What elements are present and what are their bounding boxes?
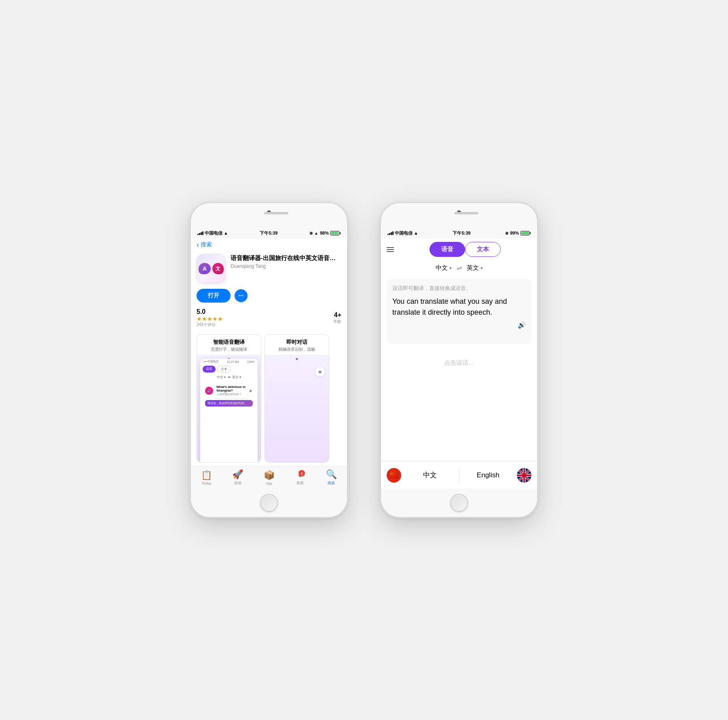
signal-icon-1 bbox=[197, 231, 203, 235]
speak-prompt[interactable]: 点击说话… bbox=[381, 347, 537, 461]
tab-games-label: 游戏 bbox=[234, 481, 241, 486]
home-area-1 bbox=[191, 489, 347, 517]
speaker-1 bbox=[264, 212, 288, 214]
speaker-icon: 🔊 bbox=[518, 321, 526, 329]
status-bar-2: 中国电信 ▲ 下午5:39 ⊕ 99% bbox=[381, 227, 537, 239]
status-left-2: 中国电信 ▲ bbox=[387, 230, 418, 236]
tab-app[interactable]: 📦 App bbox=[253, 470, 284, 485]
phone-appstore: 中国电信 ▲ 下午5:39 ⊕ ▲ 98% ‹ 搜索 bbox=[190, 202, 348, 518]
stars: ★★★★★ bbox=[197, 316, 223, 322]
source-lang-arrow: ▾ bbox=[449, 265, 452, 271]
settings-icon-2: ⊕ bbox=[505, 231, 508, 235]
toggle-group: 语音 文本 bbox=[399, 242, 531, 257]
tab-search[interactable]: 🔍 搜索 bbox=[316, 469, 347, 486]
app-developer: Duanqiang Tang bbox=[231, 263, 341, 269]
speaker-button[interactable]: 🔊 bbox=[392, 321, 526, 329]
wifi-icon-2: ▲ bbox=[414, 231, 418, 235]
tab-updates-label: 更新 bbox=[296, 481, 304, 486]
translator-screen: 语音 文本 中文 ▾ ⇌ 英文 ▾ 说话即可翻译，直接转换成语音。 You ca… bbox=[381, 239, 537, 489]
swap-button[interactable]: ⇌ bbox=[457, 264, 462, 272]
status-left-1: 中国电信 ▲ bbox=[197, 230, 228, 236]
status-right-1: ⊕ ▲ 98% bbox=[309, 231, 341, 235]
location-icon-1: ⊕ bbox=[309, 231, 313, 235]
status-right-2: ⊕ 99% bbox=[505, 231, 531, 235]
tab-bar-1: 📋 Today 🚀 游戏 📦 App ⬇ 更新 2 🔍 搜索 bbox=[191, 466, 347, 489]
translated-text: You can translate what you say and trans… bbox=[392, 296, 526, 318]
nav-icon-1: ▲ bbox=[314, 231, 318, 235]
lang-divider bbox=[459, 467, 459, 483]
mini-app-1: ••• 中国电信 11:27 AM 100% 语音 文本 中文 ▾ ⇌ bbox=[200, 359, 258, 462]
app-icon-tab: 📦 bbox=[264, 470, 275, 481]
target-lang-btn[interactable]: 英文 ▾ bbox=[467, 264, 483, 272]
phone-translator: 中国电信 ▲ 下午5:39 ⊕ 99% 语音 文本 bbox=[380, 202, 538, 518]
back-chevron-icon: ‹ bbox=[197, 241, 199, 248]
uk-flag[interactable] bbox=[517, 468, 531, 483]
games-icon: 🚀 bbox=[232, 469, 243, 480]
source-text: 说话即可翻译，直接转换成语音。 bbox=[392, 285, 526, 292]
more-icon: ··· bbox=[238, 292, 243, 299]
screenshot-container: 智能语音翻译 无需打字，随说随译 ⊙ ••• 中国电信 11:27 AM 10 bbox=[191, 334, 347, 463]
icon-a: A bbox=[199, 263, 211, 274]
home-button-2[interactable] bbox=[450, 494, 468, 512]
translator-toolbar: 语音 文本 bbox=[381, 239, 537, 260]
text-tab[interactable]: 文本 bbox=[465, 242, 501, 257]
rating-value: 5.0 bbox=[197, 308, 223, 316]
battery-pct-2: 99% bbox=[510, 231, 519, 235]
icon-zh: 文 bbox=[212, 263, 224, 274]
source-lang-label: 中文 bbox=[436, 264, 448, 272]
tab-today-label: Today bbox=[202, 481, 212, 485]
home-button-1[interactable] bbox=[260, 494, 278, 512]
rating-count: 243个评分 bbox=[197, 322, 223, 328]
search-icon: 🔍 bbox=[326, 469, 337, 480]
open-button[interactable]: 打开 bbox=[197, 289, 231, 303]
screenshot-1[interactable]: 智能语音翻译 无需打字，随说随译 ⊙ ••• 中国电信 11:27 AM 10 bbox=[197, 334, 261, 463]
china-flag-icon: 🇨🇳 bbox=[387, 468, 401, 483]
back-label: 搜索 bbox=[201, 241, 212, 248]
bottom-lang-bar: 🇨🇳 中文 English bbox=[381, 461, 537, 489]
tab-updates[interactable]: ⬇ 更新 2 bbox=[285, 469, 316, 486]
more-button[interactable]: ··· bbox=[235, 289, 248, 302]
app-meta: 语音翻译器-出国旅行在线中英文语音… Duanqiang Tang bbox=[231, 254, 341, 269]
tab-app-label: App bbox=[266, 481, 272, 485]
rating-row: 5.0 ★★★★★ 243个评分 4+ 年龄 bbox=[191, 305, 347, 331]
rating-left: 5.0 ★★★★★ 243个评分 bbox=[197, 308, 223, 328]
wifi-icon-1: ▲ bbox=[224, 231, 228, 235]
time-1: 下午5:39 bbox=[260, 230, 277, 236]
translation-area: 说话即可翻译，直接转换成语音。 You can translate what y… bbox=[387, 279, 531, 344]
sc2-title: 即时对话 bbox=[265, 335, 329, 347]
phone-top-1 bbox=[191, 203, 347, 227]
carrier-2: 中国电信 bbox=[395, 230, 413, 236]
sc2-demo: ≋ bbox=[265, 355, 329, 462]
voice-tab[interactable]: 语音 bbox=[430, 242, 465, 257]
tab-games[interactable]: 🚀 游戏 bbox=[222, 469, 253, 486]
rating-right: 4+ 年龄 bbox=[333, 311, 341, 324]
back-button[interactable]: ‹ 搜索 bbox=[197, 241, 212, 248]
time-2: 下午5:39 bbox=[453, 230, 470, 236]
menu-button[interactable] bbox=[387, 247, 394, 252]
battery-2 bbox=[521, 231, 531, 235]
tab-today[interactable]: 📋 Today bbox=[191, 470, 222, 485]
sc1-subtitle: 无需打字，随说随译 bbox=[197, 347, 261, 355]
app-name: 语音翻译器-出国旅行在线中英文语音… bbox=[231, 254, 341, 262]
sc1-demo: ⊙ ••• 中国电信 11:27 AM 100% 语音 文本 bbox=[197, 355, 261, 462]
source-lang-btn[interactable]: 中文 ▾ bbox=[436, 264, 452, 272]
right-lang-name: English bbox=[463, 471, 513, 479]
phone-top-2 bbox=[381, 203, 537, 227]
china-flag[interactable]: 🇨🇳 bbox=[387, 468, 401, 483]
app-header: A 文 语音翻译器-出国旅行在线中英文语音… Duanqiang Tang bbox=[191, 251, 347, 286]
today-icon: 📋 bbox=[201, 470, 212, 481]
app-icon: A 文 bbox=[197, 254, 226, 283]
screenshot-2[interactable]: 即时对话 精确语音识别，流畅 ≋ bbox=[265, 334, 329, 463]
target-lang-label: 英文 bbox=[467, 264, 479, 272]
tab-search-label: 搜索 bbox=[328, 481, 335, 486]
appstore-screen: ‹ 搜索 A 文 语音翻译器-出国旅行在线中英文语音… Duanqiang Ta… bbox=[191, 239, 347, 489]
app-actions: 打开 ··· bbox=[191, 286, 347, 305]
home-area-2 bbox=[381, 489, 537, 517]
battery-1 bbox=[330, 231, 341, 235]
appstore-nav: ‹ 搜索 bbox=[191, 239, 347, 251]
battery-pct-1: 98% bbox=[320, 231, 329, 235]
left-lang-name: 中文 bbox=[405, 470, 455, 480]
age-value: 4+ bbox=[333, 311, 341, 319]
screenshots-section: 智能语音翻译 无需打字，随说随译 ⊙ ••• 中国电信 11:27 AM 10 bbox=[191, 331, 347, 466]
carrier-1: 中国电信 bbox=[205, 230, 222, 236]
